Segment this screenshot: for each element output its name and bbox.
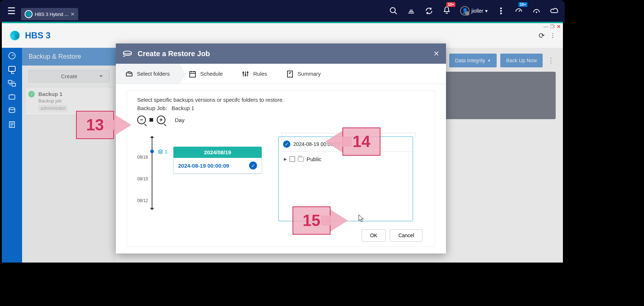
ok-button[interactable]: OK <box>362 229 386 242</box>
dashboard-button[interactable]: 10+ <box>514 6 523 16</box>
timeline-point[interactable] <box>150 150 154 153</box>
app-tab[interactable]: HBS 3 Hybrid ... × <box>21 8 78 20</box>
step-summary[interactable]: Summary <box>277 64 330 84</box>
notifications-button[interactable]: 10+ <box>442 6 451 16</box>
annotation-14: 14 <box>325 127 380 156</box>
backup-restore-icon[interactable] <box>8 65 16 74</box>
close-window-icon[interactable]: ✕ <box>557 24 561 29</box>
backup-job-line: Backup Job: Backup 1 <box>137 105 428 111</box>
timeline-tick: 08/12 <box>137 198 148 203</box>
volume-icon[interactable] <box>407 7 416 15</box>
tab-title: HBS 3 Hybrid ... <box>35 12 68 17</box>
svg-point-0 <box>390 8 395 13</box>
zoom-out-icon[interactable]: − <box>137 116 146 124</box>
version-card[interactable]: 2024/08/19 2024-08-19 00:00:09 ✓ <box>173 147 262 173</box>
app-more-icon[interactable]: ⋮ <box>550 32 556 39</box>
timeline-tick: 08/18 <box>137 155 148 160</box>
timeline-down-arrow[interactable] <box>150 208 154 212</box>
version-timestamp: 2024-08-19 00:00:09 <box>178 163 249 169</box>
step-select-folders[interactable]: Select folders <box>116 64 179 84</box>
zoom-stop-icon[interactable] <box>150 118 153 122</box>
main-menu-button[interactable]: ☰ <box>5 4 17 18</box>
minimize-icon[interactable]: — <box>543 24 548 29</box>
checkmark-icon: ✓ <box>249 162 257 169</box>
username-label: jioller <box>471 8 483 14</box>
svg-point-4 <box>500 13 502 14</box>
search-icon[interactable] <box>389 7 398 15</box>
window-controls: — ❐ ✕ <box>543 24 561 29</box>
svg-rect-10 <box>9 95 15 99</box>
close-icon[interactable]: × <box>71 11 75 18</box>
os-taskbar: ☰ HBS 3 Hybrid ... × 10+ 👤 jioller ▾ 10+ <box>0 0 565 22</box>
step-schedule[interactable]: Schedule <box>179 64 232 84</box>
folder-tree-item[interactable]: ▶ Public <box>284 156 408 162</box>
timeline-tick: 08/15 <box>137 176 148 181</box>
gauge-icon <box>514 6 523 14</box>
calendar-icon <box>189 70 197 78</box>
cloud-icon[interactable] <box>550 6 559 16</box>
svg-point-2 <box>500 8 502 9</box>
notification-badge: 10+ <box>446 2 455 7</box>
zoom-in-icon[interactable]: + <box>157 116 165 124</box>
layers-icon <box>157 149 163 155</box>
expand-icon[interactable]: ▶ <box>284 157 287 162</box>
version-row[interactable]: 2024-08-19 00:00:09 ✓ <box>173 158 262 173</box>
hbs-icon <box>25 10 33 18</box>
folders-icon <box>125 70 133 78</box>
annotation-15: 15 <box>292 206 348 235</box>
sliders-icon <box>241 70 249 78</box>
avatar-icon: 👤 <box>460 6 470 16</box>
folder-icon <box>298 157 304 162</box>
user-menu[interactable]: 👤 jioller ▾ <box>460 6 488 16</box>
timeline-axis <box>152 137 152 210</box>
app-logo-icon <box>9 30 21 41</box>
dialog-close-icon[interactable]: ✕ <box>433 49 439 58</box>
version-date-header: 2024/08/19 <box>173 147 262 158</box>
svg-rect-9 <box>12 83 16 86</box>
sync-jobs-icon[interactable] <box>8 79 16 88</box>
maximize-icon[interactable]: ❐ <box>550 24 555 29</box>
folder-checkbox[interactable] <box>290 156 295 162</box>
svg-point-17 <box>247 72 248 73</box>
arrow-right-icon <box>114 114 131 136</box>
overview-icon[interactable] <box>8 51 16 60</box>
taskbar-right: 10+ 👤 jioller ▾ 10+ <box>389 6 559 16</box>
svg-point-13 <box>123 51 131 54</box>
dashboard-badge: 10+ <box>518 2 527 7</box>
bell-icon <box>442 6 451 14</box>
svg-point-15 <box>243 72 244 74</box>
storage-icon[interactable] <box>8 106 16 115</box>
arrow-right-icon <box>331 210 348 231</box>
svg-point-3 <box>500 10 502 12</box>
cancel-button[interactable]: Cancel <box>390 229 422 242</box>
mouse-cursor-icon <box>358 214 364 222</box>
select-folders-pane: Select specific backups versions or spec… <box>127 91 435 247</box>
svg-point-11 <box>9 108 15 110</box>
external-icon[interactable] <box>8 93 16 101</box>
pane-description: Select specific backups versions or spec… <box>137 97 428 103</box>
annotation-13: 13 <box>76 111 131 139</box>
wizard-steps: Select folders Schedule Rules Summary <box>116 64 446 84</box>
checkmark-icon: ✓ <box>283 141 290 148</box>
chevron-down-icon: ▾ <box>485 8 488 14</box>
restore-job-dialog: Create a Restore Job ✕ Select folders Sc… <box>116 43 446 253</box>
svg-line-1 <box>395 12 397 14</box>
summary-icon <box>286 70 294 78</box>
more-icon[interactable] <box>497 7 505 15</box>
app-title: HBS 3 <box>25 30 51 41</box>
svg-rect-7 <box>9 66 15 71</box>
step-rules[interactable]: Rules <box>232 64 276 84</box>
sync-icon[interactable] <box>425 7 433 15</box>
sidebar <box>2 48 22 263</box>
svg-point-5 <box>536 12 537 13</box>
svg-rect-14 <box>190 72 195 77</box>
version-count: 1 <box>157 149 168 155</box>
svg-point-16 <box>245 74 246 76</box>
refresh-icon[interactable]: ⟳ <box>539 31 545 40</box>
zoom-unit-label: Day <box>175 117 185 123</box>
arrow-left-icon <box>325 131 342 152</box>
zoom-controls: − + Day <box>137 116 428 124</box>
folder-name: Public <box>307 156 321 162</box>
gauge2-icon[interactable] <box>532 7 541 15</box>
logs-icon[interactable] <box>8 120 16 129</box>
